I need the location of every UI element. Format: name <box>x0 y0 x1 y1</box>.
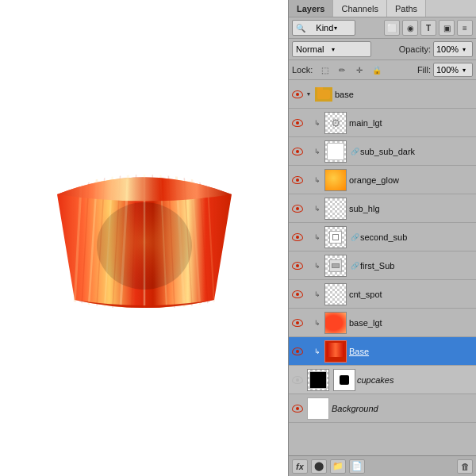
svg-point-18 <box>93 198 196 286</box>
fx-button[interactable]: fx <box>292 459 308 474</box>
layer-chain: 🔗 <box>349 262 360 270</box>
lock-move-btn[interactable]: ✛ <box>352 63 367 77</box>
layer-link: ↳ <box>313 148 322 155</box>
layer-thumb <box>324 140 347 163</box>
kind-shape-btn[interactable]: ▣ <box>439 20 455 36</box>
kind-icons: ⬜ ◉ T ▣ ≡ <box>359 20 473 36</box>
lock-row: Lock: ⬚ ✏ ✛ 🔒 Fill: 100% ▾ <box>289 60 476 80</box>
layer-thumb <box>315 87 332 102</box>
layer-link: ↳ <box>313 233 322 241</box>
layer-name: Background <box>332 404 474 413</box>
layer-thumb <box>324 226 347 248</box>
layer-name: cupcakes <box>357 375 474 385</box>
layer-chain: 🔗 <box>349 233 360 241</box>
layer-name: second_sub <box>360 232 474 242</box>
layer-item[interactable]: ↳ ⚙ main_lgt <box>289 109 476 137</box>
tab-channels[interactable]: Channels <box>333 0 386 17</box>
layer-name: base_lgt <box>349 318 474 328</box>
eye-toggle[interactable] <box>290 337 305 366</box>
layer-link: ↳ <box>313 290 322 298</box>
new-adjustment-button[interactable]: ⬤ <box>311 459 327 474</box>
layers-list: base ↳ ⚙ main_lgt ↳ 🔗 sub_sub_da <box>289 80 476 455</box>
layer-thumb <box>324 340 347 363</box>
layer-link: ↳ <box>313 205 322 213</box>
fill-row: Fill: 100% ▾ <box>417 63 473 77</box>
opacity-row: Opacity: 100% ▾ <box>374 41 473 57</box>
kind-type-btn[interactable]: T <box>420 20 436 36</box>
layer-thumb <box>307 369 329 391</box>
eye-toggle[interactable] <box>290 109 305 137</box>
eye-toggle[interactable] <box>290 166 305 194</box>
layer-item[interactable]: ↳ base_lgt <box>289 309 476 337</box>
lock-all-btn[interactable]: 🔒 <box>370 63 384 77</box>
kind-pixel-btn[interactable]: ⬜ <box>384 20 400 36</box>
layer-name: orange_glow <box>349 175 474 185</box>
layer-thumb <box>324 312 347 334</box>
eye-toggle[interactable] <box>290 194 305 223</box>
new-layer-button[interactable]: 📄 <box>349 459 365 474</box>
layer-item[interactable]: ↳ 🔗 second_sub <box>289 223 476 251</box>
lock-position-btn[interactable]: ✏ <box>335 63 349 77</box>
eye-toggle[interactable] <box>290 137 305 166</box>
cupcake-illustration <box>33 151 255 325</box>
eye-toggle[interactable] <box>290 80 305 109</box>
eye-toggle[interactable] <box>290 223 305 251</box>
fill-value[interactable]: 100% ▾ <box>433 63 473 77</box>
tab-layers[interactable]: Layers <box>289 0 333 17</box>
layer-item[interactable]: ↳ 🔗 sub_sub_dark <box>289 137 476 166</box>
eye-toggle[interactable] <box>290 366 305 394</box>
layer-thumb <box>324 255 347 277</box>
layer-thumb <box>324 283 347 305</box>
delete-layer-button[interactable]: 🗑 <box>457 459 473 474</box>
layer-link: ↳ <box>313 347 322 355</box>
layer-name: first_Sub <box>360 261 474 271</box>
blend-row: Normal ▾ Opacity: 100% ▾ <box>289 39 476 60</box>
kind-smart-btn[interactable]: ≡ <box>457 20 473 36</box>
layer-thumb: ⚙ <box>324 112 347 134</box>
opacity-value[interactable]: 100% ▾ <box>433 41 473 57</box>
layer-item[interactable]: ↳ Base <box>289 337 476 366</box>
layer-item[interactable]: base <box>289 80 476 109</box>
layer-item[interactable]: cupcakes <box>289 366 476 394</box>
layer-thumb <box>324 169 347 191</box>
kind-row: 🔍 Kind ▾ ⬜ ◉ T ▣ ≡ <box>289 17 476 39</box>
new-group-button[interactable]: 📁 <box>330 459 346 474</box>
layer-name: base <box>335 90 474 99</box>
layer-link: ↳ <box>313 262 322 270</box>
eye-toggle[interactable] <box>290 309 305 337</box>
layer-name: cnt_spot <box>349 290 474 299</box>
blend-mode-select[interactable]: Normal ▾ <box>292 41 371 57</box>
kind-select[interactable]: 🔍 Kind ▾ <box>292 20 355 36</box>
layer-item[interactable]: ↳ cnt_spot <box>289 280 476 309</box>
layer-thumb <box>324 198 347 220</box>
layer-chain: 🔗 <box>349 148 360 155</box>
kind-adjust-btn[interactable]: ◉ <box>402 20 418 36</box>
tab-paths[interactable]: Paths <box>387 0 426 17</box>
layer-thumb <box>307 397 329 420</box>
eye-toggle[interactable] <box>290 251 305 280</box>
layers-panel: Layers Channels Paths 🔍 Kind ▾ ⬜ ◉ T ▣ ≡… <box>288 0 476 476</box>
layer-item[interactable]: ↳ sub_hlg <box>289 194 476 223</box>
layer-item[interactable]: ↳ orange_glow <box>289 166 476 194</box>
layers-bottom: fx ⬤ 📁 📄 🗑 <box>289 455 476 476</box>
layer-name: sub_sub_dark <box>360 147 474 156</box>
layer-link: ↳ <box>313 176 322 184</box>
panel-tabs: Layers Channels Paths <box>289 0 476 17</box>
canvas-area <box>0 0 288 476</box>
layer-thumb2 <box>333 369 355 391</box>
layer-link: ↳ <box>313 119 322 127</box>
layer-link: ↳ <box>313 319 322 327</box>
layer-item[interactable]: Background <box>289 394 476 423</box>
layer-name: Base <box>349 347 474 356</box>
layer-name: sub_hlg <box>349 204 474 213</box>
lock-pixels-btn[interactable]: ⬚ <box>317 63 332 77</box>
eye-toggle[interactable] <box>290 394 305 423</box>
eye-toggle[interactable] <box>290 280 305 309</box>
layer-item[interactable]: ↳ 🔗 first_Sub <box>289 251 476 280</box>
layer-name: main_lgt <box>349 118 474 128</box>
expand-arrow[interactable] <box>305 90 313 98</box>
